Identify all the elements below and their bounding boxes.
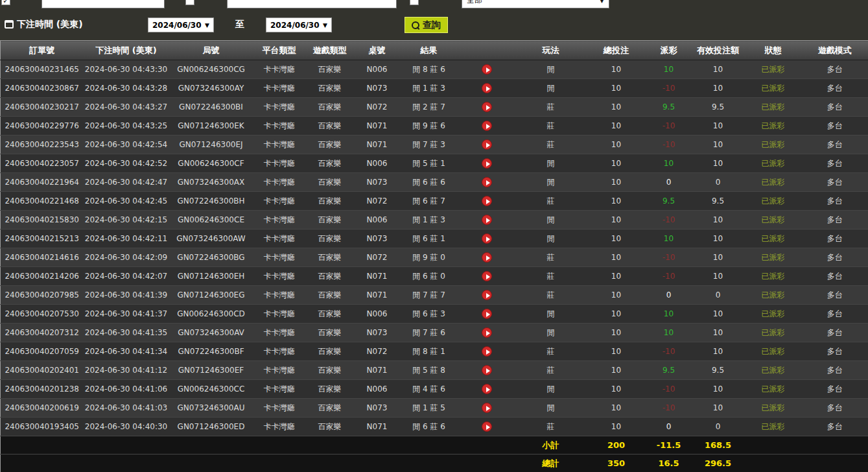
cell-result: 閒 8 莊 1 xyxy=(400,342,458,361)
chevron-down-icon: ▼ xyxy=(600,0,604,4)
cell-order: 240630040221964 xyxy=(1,173,84,192)
cell-mode: 多台 xyxy=(802,267,868,286)
play-video-button[interactable] xyxy=(482,346,492,357)
cell-result: 閒 1 莊 5 xyxy=(400,399,458,418)
play-video-button[interactable] xyxy=(482,233,492,244)
cell-platform: 卡卡灣廳 xyxy=(253,98,305,117)
cell-table_no: N072 xyxy=(355,98,400,117)
cell-time: 2024-06-30 04:41:06 xyxy=(84,380,169,399)
cell-game: 百家樂 xyxy=(305,60,355,79)
cell-payout: -10 xyxy=(646,211,692,230)
cell-platform: 卡卡灣廳 xyxy=(253,230,305,248)
cell-game: 百家樂 xyxy=(305,117,355,136)
cell-mode: 多台 xyxy=(802,173,868,192)
play-video-button[interactable] xyxy=(482,158,492,169)
filter-input-2[interactable] xyxy=(227,0,397,8)
cell-bet_type: 閒 xyxy=(515,230,587,248)
cell-payout: 9.5 xyxy=(646,192,692,211)
cell-payout: 10 xyxy=(646,154,692,173)
date-to-select[interactable]: 2024/06/30 ▼ xyxy=(266,18,332,32)
cell-order: 240630040201238 xyxy=(1,380,84,399)
cell-result: 閒 2 莊 7 xyxy=(400,98,458,117)
play-video-button[interactable] xyxy=(482,290,492,300)
play-video-button[interactable] xyxy=(482,64,492,75)
cell-table_no: N071 xyxy=(355,418,400,436)
cell-play xyxy=(458,230,515,248)
play-video-button[interactable] xyxy=(482,365,492,375)
cell-valid_bet: 10 xyxy=(692,399,745,418)
play-video-button[interactable] xyxy=(482,102,492,112)
cell-valid_bet: 10 xyxy=(692,136,745,154)
cell-payout: 9.5 xyxy=(646,361,692,380)
cell-platform: 卡卡灣廳 xyxy=(253,136,305,154)
cell-order: 240630040231465 xyxy=(1,60,84,79)
play-video-button[interactable] xyxy=(482,83,492,93)
cell-total_bet: 10 xyxy=(587,286,646,305)
cell-platform: 卡卡灣廳 xyxy=(253,192,305,211)
table-row: 2406300402024012024-06-30 04:41:12GN0712… xyxy=(1,361,868,380)
col-game: 遊戲類型 xyxy=(305,41,355,60)
cell-bet_type: 莊 xyxy=(515,418,587,436)
cell-total_bet: 10 xyxy=(587,173,646,192)
col-valid_bet: 有效投注額 xyxy=(692,41,745,60)
filter-input-1[interactable] xyxy=(41,0,165,8)
play-video-button[interactable] xyxy=(482,121,492,131)
cell-round: GN073246300AU xyxy=(169,399,253,418)
play-video-button[interactable] xyxy=(482,215,492,225)
cell-play xyxy=(458,117,515,136)
cell-status: 已派彩 xyxy=(745,248,802,267)
cell-mode: 多台 xyxy=(802,418,868,436)
bet-history-table: 訂單號下注時間 (美東)局號平台類型遊戲類型桌號結果玩法總投注派彩有效投注額狀態… xyxy=(0,40,868,472)
cell-order: 240630040207312 xyxy=(1,324,84,342)
cell-play xyxy=(458,399,515,418)
cell-order: 240630040229776 xyxy=(1,117,84,136)
cell-order: 240630040230217 xyxy=(1,98,84,117)
cell-table_no: N072 xyxy=(355,248,400,267)
cell-valid_bet: 10 xyxy=(692,342,745,361)
cell-order: 240630040214616 xyxy=(1,248,84,267)
cell-time: 2024-06-30 04:43:28 xyxy=(84,79,169,98)
filter-checkbox-1[interactable]: ✓ xyxy=(1,0,10,5)
cell-total_bet: 10 xyxy=(587,117,646,136)
filter-checkbox-3[interactable] xyxy=(410,0,419,5)
play-video-button[interactable] xyxy=(482,271,492,281)
query-button[interactable]: 查詢 xyxy=(405,17,448,33)
cell-round: GN071246300EH xyxy=(169,267,253,286)
cell-play xyxy=(458,98,515,117)
summary-label: 總計 xyxy=(515,454,587,472)
play-video-button[interactable] xyxy=(482,384,492,394)
total-row: 總計35016.5296.5 xyxy=(1,454,868,472)
filter-category-select[interactable]: 全部 ▼ xyxy=(462,0,609,8)
date-from-select[interactable]: 2024/06/30 ▼ xyxy=(148,18,214,32)
cell-valid_bet: 10 xyxy=(692,248,745,267)
table-row: 2406300402006192024-06-30 04:41:03GN0732… xyxy=(1,399,868,418)
cell-round: GN006246300CE xyxy=(169,211,253,230)
filter-checkbox-2[interactable] xyxy=(185,0,194,5)
cell-result: 閒 1 莊 3 xyxy=(400,79,458,98)
play-video-button[interactable] xyxy=(482,421,492,432)
cell-valid_bet: 0 xyxy=(692,286,745,305)
cell-payout: 10 xyxy=(646,324,692,342)
cell-total_bet: 10 xyxy=(587,154,646,173)
cell-bet_type: 閒 xyxy=(515,60,587,79)
table-row: 2406300402146162024-06-30 04:42:09GN0722… xyxy=(1,248,868,267)
cell-game: 百家樂 xyxy=(305,361,355,380)
table-header: 訂單號下注時間 (美東)局號平台類型遊戲類型桌號結果玩法總投注派彩有效投注額狀態… xyxy=(1,41,868,60)
play-video-button[interactable] xyxy=(482,252,492,263)
date-range-to-label: 至 xyxy=(235,19,244,30)
play-video-button[interactable] xyxy=(482,403,492,413)
table-row: 2406300402012382024-06-30 04:41:06GN0062… xyxy=(1,380,868,399)
cell-mode: 多台 xyxy=(802,60,868,79)
table-row: 2406300402308672024-06-30 04:43:28GN0732… xyxy=(1,79,868,98)
cell-total_bet: 10 xyxy=(587,324,646,342)
cell-mode: 多台 xyxy=(802,98,868,117)
play-video-button[interactable] xyxy=(482,177,492,187)
play-video-button[interactable] xyxy=(482,327,492,338)
cell-result: 閒 5 莊 8 xyxy=(400,361,458,380)
play-video-button[interactable] xyxy=(482,139,492,150)
play-video-button[interactable] xyxy=(482,309,492,319)
cell-total_bet: 10 xyxy=(587,192,646,211)
cell-time: 2024-06-30 04:42:54 xyxy=(84,136,169,154)
play-video-button[interactable] xyxy=(482,196,492,206)
cell-payout: 0 xyxy=(646,286,692,305)
